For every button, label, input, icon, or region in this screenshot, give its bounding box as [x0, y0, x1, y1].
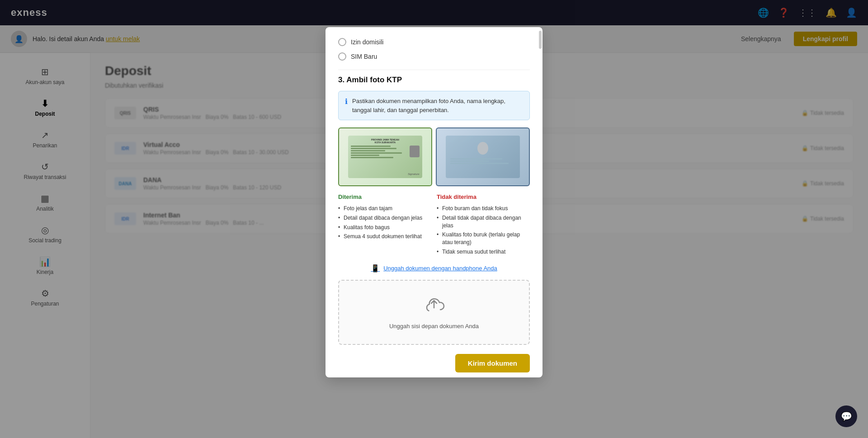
upload-mobile-text: Unggah dokumen dengan handphone Anda — [383, 265, 497, 272]
ktp-card: PROVINSI JAWA TENGAHKOTA SURAKARTA — [348, 136, 422, 179]
ktp-rejected-card — [446, 136, 519, 179]
ktp-lines — [351, 146, 407, 158]
ktp-line — [351, 157, 393, 158]
ktp-images: PROVINSI JAWA TENGAHKOTA SURAKARTA — [338, 127, 530, 186]
ktp-rejected-image — [436, 127, 530, 186]
accepted-bullet-item: Detail dapat dibaca dengan jelas — [338, 213, 431, 223]
radio-circle-sim-baru — [338, 52, 346, 61]
accepted-bullet-list: Foto jelas dan tajam Detail dapat dibaca… — [338, 204, 431, 241]
ktp-header-text: PROVINSI JAWA TENGAHKOTA SURAKARTA — [351, 138, 419, 144]
ktp-avatar — [410, 146, 420, 157]
upload-mobile-link[interactable]: 📱 Unggah dokumen dengan handphone Anda — [338, 264, 530, 273]
rejected-bullet-item: Kualitas foto buruk (terlalu gelap atau … — [437, 230, 530, 247]
accepted-bullet-item: Semua 4 sudut dokumen terlihat — [338, 232, 431, 241]
accepted-bullet-item: Kualitas foto bagus — [338, 223, 431, 232]
rejected-bullet-item: Foto buram dan tidak fokus — [437, 204, 530, 213]
ktp-line — [351, 155, 379, 156]
ktp-line — [351, 152, 402, 154]
info-box: ℹ Pastikan dokumen menampilkan foto Anda… — [338, 91, 530, 120]
upload-box[interactable]: Unggah sisi depan dokumen Anda — [338, 280, 530, 345]
chat-icon: 💬 — [841, 411, 852, 422]
divider — [338, 70, 530, 70]
info-icon: ℹ — [345, 97, 348, 114]
radio-label-izin-domisili: Izin domisili — [351, 38, 383, 46]
rejected-criteria: Tidak diterima Foto buram dan tidak foku… — [437, 193, 530, 257]
radio-group: Izin domisili SIM Baru — [338, 38, 530, 61]
ktp-accepted-content: PROVINSI JAWA TENGAHKOTA SURAKARTA — [339, 128, 431, 185]
ktp-line — [351, 150, 385, 151]
verification-modal: Izin domisili SIM Baru 3. Ambil foto KTP… — [326, 27, 542, 377]
ktp-accepted-image: PROVINSI JAWA TENGAHKOTA SURAKARTA — [338, 127, 432, 186]
accepted-label: Diterima — [338, 193, 431, 200]
ktp-rejected-content — [437, 128, 529, 185]
rejected-bullet-list: Foto buram dan tidak fokus Detail tidak … — [437, 204, 530, 257]
ktp-signature: Signature — [408, 173, 420, 175]
accepted-criteria: Diterima Foto jelas dan tajam Detail dap… — [338, 193, 431, 257]
rejected-bullet-item: Tidak semua sudut terlihat — [437, 247, 530, 257]
info-text: Pastikan dokumen menampilkan foto Anda, … — [352, 97, 523, 114]
modal-scrollbar[interactable] — [539, 31, 542, 49]
ktp-line — [351, 146, 391, 147]
accepted-bullet-item: Foto jelas dan tajam — [338, 204, 431, 213]
modal-overlay: Izin domisili SIM Baru 3. Ambil foto KTP… — [0, 0, 868, 438]
rejected-bullet-item: Detail tidak dapat dibaca dengan jelas — [437, 213, 530, 231]
upload-box-text: Unggah sisi depan dokumen Anda — [389, 323, 479, 330]
chat-button[interactable]: 💬 — [835, 405, 857, 427]
submit-button[interactable]: Kirim dokumen — [455, 354, 530, 372]
smartphone-icon: 📱 — [371, 264, 380, 273]
criteria-row: Diterima Foto jelas dan tajam Detail dap… — [338, 193, 530, 257]
modal-body: Izin domisili SIM Baru 3. Ambil foto KTP… — [326, 27, 542, 377]
radio-item-izin-domisili[interactable]: Izin domisili — [338, 38, 530, 46]
rejected-label: Tidak diterima — [437, 193, 530, 200]
radio-item-sim-baru[interactable]: SIM Baru — [338, 52, 530, 61]
modal-footer: Kirim dokumen — [338, 354, 530, 372]
radio-label-sim-baru: SIM Baru — [351, 53, 377, 60]
ktp-line — [351, 148, 396, 149]
radio-circle-izin-domisili — [338, 38, 346, 46]
ktp-rejected-avatar — [477, 142, 488, 155]
cloud-upload-icon — [423, 295, 445, 317]
section-title: 3. Ambil foto KTP — [338, 75, 530, 85]
